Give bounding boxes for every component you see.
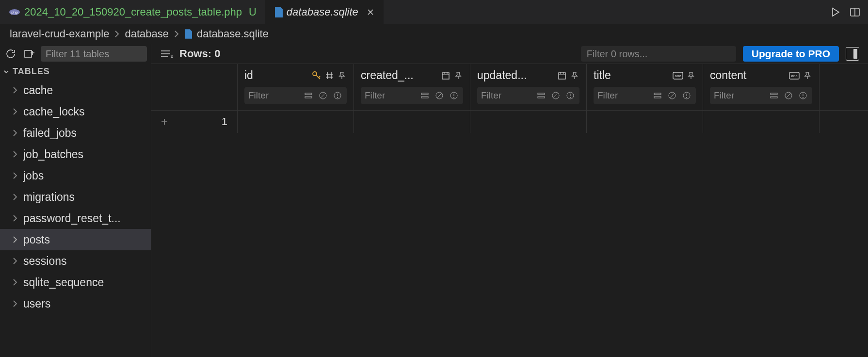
tab-label: database.sqlite	[287, 6, 358, 18]
column-filter-input[interactable]	[365, 90, 416, 101]
table-item-cache[interactable]: cache	[0, 80, 151, 101]
table-list: cache cache_locks failed_jobs job_batche…	[0, 80, 151, 314]
sidebar-toolbar	[0, 44, 151, 64]
new-table-icon[interactable]	[22, 47, 36, 61]
column-filter-box	[361, 87, 463, 104]
table-item-password-reset[interactable]: password_reset_t...	[0, 208, 151, 229]
clear-filter-icon[interactable]	[783, 90, 794, 101]
database-file-icon	[274, 7, 283, 17]
filter-mode-icon[interactable]	[419, 90, 430, 101]
column-header-content[interactable]: content abc	[703, 64, 820, 110]
svg-text:php: php	[11, 10, 18, 15]
column-filter-input[interactable]	[597, 90, 648, 101]
cell-created-at[interactable]	[354, 111, 470, 133]
primary-key-icon	[312, 71, 321, 81]
info-icon[interactable]	[798, 90, 808, 101]
table-row[interactable]: + 1	[151, 111, 868, 133]
column-header-updated-at[interactable]: updated...	[470, 64, 587, 110]
row-number: 1	[222, 115, 227, 128]
svg-line-26	[437, 93, 442, 98]
svg-rect-52	[771, 93, 777, 95]
svg-line-37	[553, 93, 558, 98]
svg-point-18	[337, 97, 338, 98]
table-item-sqlite-sequence[interactable]: sqlite_sequence	[0, 272, 151, 293]
tab-database-sqlite[interactable]: database.sqlite	[265, 0, 384, 24]
filter-mode-icon[interactable]	[769, 90, 779, 101]
column-filter-input[interactable]	[248, 90, 299, 101]
toggle-panel-icon[interactable]	[846, 47, 859, 61]
sidebar-filter-input[interactable]	[41, 46, 147, 62]
svg-text:x: x	[171, 54, 173, 59]
breadcrumb-segment[interactable]: laravel-crud-example	[10, 28, 109, 40]
column-filter-input[interactable]	[714, 90, 765, 101]
column-filter-input[interactable]	[481, 90, 532, 101]
number-type-icon	[324, 71, 334, 81]
info-icon[interactable]	[565, 90, 576, 101]
clear-filter-icon[interactable]	[667, 90, 677, 101]
svg-point-11	[313, 72, 317, 76]
column-name: content	[710, 69, 785, 82]
close-icon[interactable]	[366, 8, 375, 16]
filter-mode-icon[interactable]	[303, 90, 314, 101]
column-name: title	[594, 69, 669, 82]
svg-rect-24	[421, 97, 428, 98]
pin-icon[interactable]	[337, 71, 347, 81]
tables-section-header[interactable]: TABLES	[0, 64, 151, 80]
table-item-posts[interactable]: posts	[0, 229, 151, 250]
split-editor-icon[interactable]	[849, 6, 861, 18]
svg-line-46	[670, 93, 675, 98]
cell-title[interactable]	[587, 111, 703, 133]
breadcrumb-segment[interactable]: database	[125, 28, 169, 40]
clear-filter-icon[interactable]	[550, 90, 561, 101]
filter-mode-icon[interactable]	[652, 90, 663, 101]
row-gutter[interactable]: + 1	[151, 111, 238, 133]
table-item-cache-locks[interactable]: cache_locks	[0, 101, 151, 122]
add-row-icon[interactable]: +	[161, 115, 168, 129]
table-item-sessions[interactable]: sessions	[0, 250, 151, 272]
table-item-label: sessions	[23, 255, 66, 268]
pin-icon[interactable]	[803, 71, 812, 81]
pin-icon[interactable]	[453, 71, 463, 81]
cell-updated-at[interactable]	[470, 111, 587, 133]
column-header-title[interactable]: title abc	[587, 64, 703, 110]
svg-rect-19	[442, 73, 449, 79]
filter-rows-input[interactable]	[581, 46, 736, 62]
svg-rect-23	[421, 93, 428, 95]
row-number-header	[151, 64, 238, 110]
breadcrumb-segment[interactable]: database.sqlite	[197, 28, 269, 40]
date-type-icon	[441, 71, 450, 81]
svg-point-29	[453, 97, 454, 98]
column-filter-box	[594, 87, 696, 104]
svg-rect-12	[305, 93, 312, 95]
clear-filter-icon[interactable]	[434, 90, 445, 101]
column-header-created-at[interactable]: created_...	[354, 64, 470, 110]
date-type-icon	[557, 71, 567, 81]
svg-rect-4	[25, 50, 32, 57]
info-icon[interactable]	[449, 90, 459, 101]
column-name: updated...	[477, 69, 553, 82]
table-item-migrations[interactable]: migrations	[0, 186, 151, 208]
cell-content[interactable]	[703, 111, 820, 133]
run-icon[interactable]	[829, 6, 842, 18]
rows-options-icon[interactable]: x	[160, 49, 173, 59]
svg-rect-34	[538, 93, 545, 95]
info-icon[interactable]	[681, 90, 692, 101]
table-item-job-batches[interactable]: job_batches	[0, 144, 151, 165]
text-type-icon: abc	[789, 72, 800, 80]
chevron-right-icon	[114, 30, 120, 38]
tab-migration-file[interactable]: php 2024_10_20_150920_create_posts_table…	[0, 0, 265, 24]
table-item-label: jobs	[23, 169, 44, 182]
table-item-label: posts	[23, 233, 50, 246]
filter-mode-icon[interactable]	[536, 90, 547, 101]
pin-icon[interactable]	[686, 71, 696, 81]
refresh-icon[interactable]	[4, 47, 17, 61]
pin-icon[interactable]	[570, 71, 579, 81]
clear-filter-icon[interactable]	[318, 90, 328, 101]
upgrade-button[interactable]: Upgrade to PRO	[743, 46, 839, 62]
table-item-failed-jobs[interactable]: failed_jobs	[0, 122, 151, 144]
table-item-users[interactable]: users	[0, 293, 151, 314]
info-icon[interactable]	[332, 90, 343, 101]
column-header-id[interactable]: id	[238, 64, 354, 110]
table-item-jobs[interactable]: jobs	[0, 165, 151, 186]
cell-id[interactable]	[238, 111, 354, 133]
